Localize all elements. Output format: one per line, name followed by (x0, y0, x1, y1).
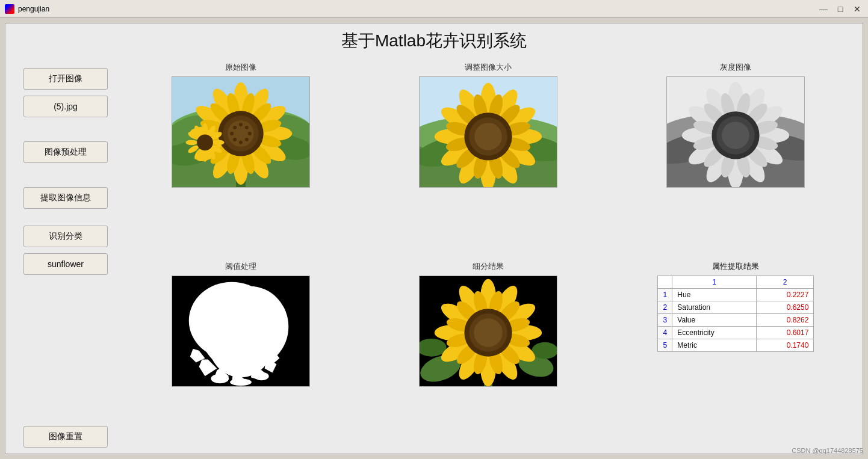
svg-point-40 (245, 138, 249, 141)
svg-point-35 (239, 123, 243, 126)
table-row: 5 Metric 0.1740 (658, 339, 814, 351)
row-num-4: 5 (658, 339, 672, 351)
table-row: 3 Value 0.8262 (658, 313, 814, 326)
app-name: pengujian (18, 5, 49, 13)
svg-point-126 (208, 306, 273, 377)
col-header-2: 2 (756, 276, 814, 288)
original-image-label: 原始图像 (225, 62, 256, 73)
segmented-image-label: 细分结果 (473, 261, 504, 272)
row-name-2: Value (672, 313, 756, 326)
svg-point-37 (233, 126, 237, 129)
segmented-image-box (419, 276, 557, 387)
original-image-svg (172, 76, 309, 188)
svg-point-49 (202, 150, 208, 162)
svg-point-46 (212, 140, 225, 145)
row-val-4: 0.1740 (756, 339, 814, 351)
resized-image-svg (420, 76, 557, 188)
preprocess-button[interactable]: 图像预处理 (23, 141, 108, 163)
grayscale-image-svg (667, 76, 804, 188)
content-area: 打开图像 (5).jpg 图像预处理 提取图像信息 识别分类 sunflower… (11, 62, 857, 448)
row-num-2: 3 (658, 313, 672, 326)
table-row: 4 Eccentricity 0.6017 (658, 326, 814, 339)
row-name-4: Metric (672, 339, 756, 351)
svg-point-88 (474, 123, 502, 150)
original-image-cell: 原始图像 (126, 62, 355, 249)
row-val-2: 0.8262 (756, 313, 814, 326)
row-name-1: Saturation (672, 301, 756, 313)
table-row: 2 Saturation 0.6250 (658, 301, 814, 313)
window-controls[interactable]: — □ ✕ (817, 4, 863, 14)
row-num-1: 2 (658, 301, 672, 313)
segmented-image-cell: 细分结果 (373, 261, 603, 448)
filename-display[interactable]: (5).jpg (23, 96, 108, 117)
row-val-3: 0.6017 (756, 326, 814, 339)
svg-point-43 (202, 123, 208, 135)
images-grid: 原始图像 (120, 62, 857, 448)
svg-point-136 (230, 378, 252, 386)
threshold-image-box (172, 276, 310, 387)
classify-button[interactable]: 识别分类 (23, 226, 108, 247)
title-bar: pengujian — □ ✕ (0, 0, 868, 18)
svg-point-38 (248, 132, 252, 135)
sidebar: 打开图像 (5).jpg 图像预处理 提取图像信息 识别分类 sunflower… (11, 62, 120, 448)
open-image-button[interactable]: 打开图像 (23, 68, 108, 90)
resized-image-cell: 调整图像大小 (373, 62, 603, 249)
row-num-0: 1 (658, 288, 672, 301)
extract-button[interactable]: 提取图像信息 (23, 187, 108, 209)
col-header-1: 1 (672, 276, 756, 288)
grayscale-image-cell: 灰度图像 (621, 62, 851, 249)
segmented-image-svg (420, 276, 557, 387)
svg-point-135 (254, 372, 268, 380)
table-row: 1 Hue 0.2227 (658, 288, 814, 301)
row-name-0: Hue (672, 288, 756, 301)
svg-point-121 (722, 122, 750, 149)
svg-point-36 (245, 126, 249, 129)
app-title: 基于Matlab花卉识别系统 (11, 29, 857, 52)
attributes-cell: 属性提取结果 1 2 1 Hue 0.2227 2 Saturation 0.6… (621, 261, 851, 448)
maximize-button[interactable]: □ (834, 4, 846, 14)
grayscale-image-box (666, 76, 805, 188)
attributes-label: 属性提取结果 (712, 261, 759, 272)
svg-point-41 (233, 138, 237, 141)
threshold-image-cell: 阈值处理 (126, 261, 355, 448)
row-name-3: Eccentricity (672, 326, 756, 339)
title-bar-left: pengujian (5, 4, 49, 14)
close-button[interactable]: ✕ (851, 4, 863, 14)
resized-image-box (419, 76, 557, 188)
minimize-button[interactable]: — (817, 4, 829, 14)
main-container: 基于Matlab花卉识别系统 打开图像 (5).jpg 图像预处理 提取图像信息… (5, 23, 863, 454)
threshold-image-label: 阈值处理 (225, 261, 256, 272)
resized-image-label: 调整图像大小 (465, 62, 512, 73)
svg-point-134 (211, 374, 229, 383)
threshold-image-svg (172, 276, 309, 387)
row-val-1: 0.6250 (756, 301, 814, 313)
attributes-table: 1 2 1 Hue 0.2227 2 Saturation 0.6250 3 V… (657, 276, 814, 352)
row-num-3: 4 (658, 326, 672, 339)
grayscale-image-label: 灰度图像 (720, 62, 751, 73)
result-display: sunflower (23, 253, 108, 275)
svg-point-169 (474, 318, 503, 347)
reset-button[interactable]: 图像重置 (23, 426, 108, 448)
svg-point-141 (532, 342, 557, 359)
svg-point-52 (185, 140, 197, 145)
svg-point-55 (197, 134, 213, 150)
app-icon (5, 4, 14, 14)
original-image-box (172, 76, 310, 188)
svg-point-39 (230, 132, 234, 135)
col-header-empty (658, 276, 672, 288)
row-val-0: 0.2227 (756, 288, 814, 301)
watermark: CSDN @qq1744828575 (792, 447, 863, 454)
svg-point-42 (239, 141, 243, 144)
